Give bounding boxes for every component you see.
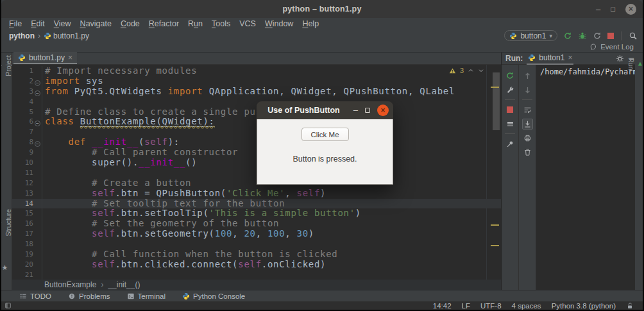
code-line-15[interactable]: 15 self.btn.setToolTip('This is a simple…	[12, 208, 501, 219]
menu-item-tools[interactable]: Tools	[207, 19, 235, 28]
lock-icon[interactable]	[626, 302, 634, 310]
next-warning-icon[interactable]	[478, 67, 484, 74]
up-stacktrace-icon[interactable]	[523, 72, 532, 80]
breadcrumb-project[interactable]: python	[9, 31, 35, 40]
fold-gutter[interactable]: −	[33, 137, 42, 147]
rerun-icon[interactable]	[505, 71, 514, 80]
scrollbar-thumb[interactable]	[493, 72, 500, 130]
run-tab-button1[interactable]: button1 ×	[527, 53, 573, 65]
pin-icon[interactable]	[506, 140, 514, 148]
maximize-button[interactable]: □	[611, 5, 615, 13]
fold-icon[interactable]: −	[35, 90, 40, 96]
fold-gutter[interactable]: −	[33, 87, 42, 97]
fold-gutter[interactable]: −	[33, 76, 42, 87]
minimize-button[interactable]: –	[596, 5, 600, 13]
trash-icon[interactable]	[523, 148, 532, 156]
menu-item-edit[interactable]: Edit	[26, 19, 49, 28]
run-tool-strip-button[interactable]: ▶ Run	[635, 58, 643, 70]
project-tool-button[interactable]: Project	[1, 55, 12, 76]
menu-item-vcs[interactable]: VCS	[235, 19, 260, 28]
fold-icon[interactable]: −	[35, 141, 40, 147]
interpreter[interactable]: Python 3.8 (python)	[552, 302, 616, 310]
restore-layout-icon[interactable]	[506, 120, 514, 128]
code-line-1[interactable]: 1# Import necessary modules	[12, 66, 501, 76]
search-icon[interactable]	[629, 31, 638, 40]
code-line-16[interactable]: 16 # Set the geometry of the button	[12, 219, 501, 229]
run-button-icon[interactable]	[563, 31, 572, 40]
fold-icon[interactable]: −	[35, 80, 40, 86]
coverage-icon[interactable]	[593, 31, 602, 40]
code-line-2[interactable]: 2−import sys	[12, 76, 501, 87]
code-line-13[interactable]: 13 self.btn = QPushButton('Click Me', se…	[12, 189, 501, 199]
menu-item-view[interactable]: View	[49, 19, 76, 28]
inspections-widget[interactable]: 3	[449, 67, 484, 74]
window-titlebar[interactable]: python – button1.py – □ ×	[1, 0, 643, 18]
code-line-19[interactable]: 19 # Call function when the button is cl…	[12, 249, 501, 260]
menu-item-window[interactable]: Window	[260, 19, 298, 28]
down-stacktrace-icon[interactable]	[523, 86, 532, 94]
code-text: import sys	[42, 76, 103, 87]
problems-tool-button[interactable]: Problems	[68, 292, 110, 300]
scroll-to-end-icon[interactable]	[523, 120, 532, 128]
run-console-output[interactable]: /home/fahmida/PycharmProjec	[536, 65, 638, 290]
code-line-20[interactable]: 20 self.btn.clicked.connect(self.onClick…	[12, 260, 501, 270]
pycharm-window: python – button1.py – □ × FileEditViewNa…	[1, 0, 643, 310]
fold-gutter	[33, 178, 42, 189]
breadcrumb-class[interactable]: ButtonExample	[44, 280, 96, 289]
line-ending[interactable]: LF	[462, 302, 470, 310]
code-line-21[interactable]: 21	[12, 270, 501, 280]
editor-scrollbar[interactable]	[488, 65, 501, 280]
menu-item-run[interactable]: Run	[183, 19, 207, 28]
code-line-17[interactable]: 17 self.btn.setGeometry(100, 20, 100, 30…	[12, 229, 501, 239]
gear-icon[interactable]	[616, 55, 624, 63]
stop-icon[interactable]	[607, 33, 614, 39]
line-number: 21	[12, 270, 33, 280]
indent-style[interactable]: 4 spaces	[512, 302, 541, 310]
breadcrumb-separator: ›	[101, 280, 103, 289]
tool-window-switcher-icon[interactable]	[4, 302, 12, 309]
code-line-14[interactable]: 14 # Set tooltip text for the button	[12, 199, 501, 209]
terminal-icon	[127, 292, 135, 300]
favorites-tool-button[interactable]: ★ Favorites	[1, 254, 12, 282]
run-config-selector[interactable]: button1 ▾	[504, 30, 557, 41]
dialog-close-button[interactable]: ×	[377, 105, 389, 116]
terminal-tool-button[interactable]: Terminal	[127, 292, 165, 300]
warning-stripe-mark[interactable]	[491, 245, 499, 246]
menu-item-file[interactable]: File	[4, 19, 26, 28]
warning-stripe-mark[interactable]	[491, 224, 499, 226]
close-button[interactable]: ×	[625, 4, 636, 15]
todo-tool-button[interactable]: TODO	[19, 292, 51, 300]
fold-icon[interactable]: −	[35, 121, 40, 126]
warning-stripe-mark[interactable]	[491, 87, 499, 88]
breadcrumb-file[interactable]: button1.py	[53, 31, 89, 40]
dialog-titlebar[interactable]: Use of PushButton – ×	[257, 101, 393, 119]
code-text	[42, 168, 45, 178]
stop-icon[interactable]	[507, 106, 513, 113]
structure-tool-button[interactable]: Structure	[1, 209, 12, 237]
menu-item-navigate[interactable]: Navigate	[76, 19, 116, 28]
close-icon[interactable]: ×	[568, 54, 572, 62]
dialog-maximize-button[interactable]	[365, 108, 370, 113]
debug-icon[interactable]	[578, 31, 587, 40]
print-icon[interactable]	[523, 134, 532, 142]
dialog-minimize-button[interactable]: –	[353, 107, 358, 113]
caret-position[interactable]: 14:42	[433, 302, 452, 310]
wrench-icon[interactable]	[506, 86, 514, 94]
code-line-18[interactable]: 18	[12, 239, 501, 249]
code-line-3[interactable]: 3−from PyQt5.QtWidgets import QApplicati…	[12, 87, 501, 97]
pushbutton-dialog[interactable]: Use of PushButton – × Click Me Button is…	[257, 101, 393, 185]
python-console-tool-button[interactable]: Python Console	[182, 292, 245, 300]
event-log-button[interactable]: Event Log	[600, 43, 634, 51]
prev-warning-icon[interactable]	[468, 67, 474, 74]
close-icon[interactable]: ×	[68, 54, 72, 62]
menu-item-help[interactable]: Help	[298, 19, 323, 28]
click-me-button[interactable]: Click Me	[301, 128, 349, 141]
soft-wrap-icon[interactable]	[523, 106, 532, 114]
fold-gutter[interactable]: −	[33, 117, 42, 127]
menu-bar: FileEditViewNavigateCodeRefactorRunTools…	[1, 18, 643, 29]
editor-tab-button1py[interactable]: button1.py ×	[13, 52, 77, 64]
menu-item-code[interactable]: Code	[116, 19, 144, 28]
breadcrumb-method[interactable]: __init__()	[108, 280, 140, 289]
file-encoding[interactable]: UTF-8	[480, 302, 502, 310]
menu-item-refactor[interactable]: Refactor	[144, 19, 183, 28]
